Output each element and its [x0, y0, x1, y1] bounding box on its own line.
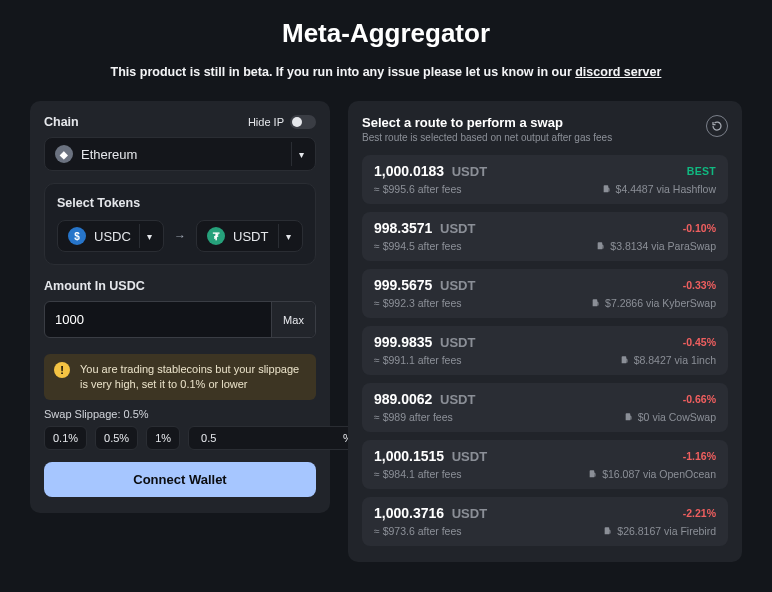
route-gas: $16.087 via OpenOcean	[588, 468, 716, 480]
warning-icon: !	[54, 362, 70, 378]
route-item[interactable]: 1,000.1515 USDT-1.16%≈ $984.1 after fees…	[362, 440, 728, 489]
route-after-fees: ≈ $973.6 after fees	[374, 525, 462, 537]
routes-panel: Select a route to perform a swap Best ro…	[348, 101, 742, 562]
route-amount: 1,000.3716	[374, 505, 444, 521]
slippage-preset[interactable]: 0.1%	[44, 426, 87, 450]
routes-list: 1,000.0183 USDTBEST≈ $995.6 after fees$4…	[362, 155, 728, 546]
hide-ip-toggle[interactable]	[290, 115, 316, 129]
diff-badge: -2.21%	[683, 507, 716, 519]
chevron-down-icon: ▾	[278, 224, 298, 248]
slippage-warning: ! You are trading stablecoins but your s…	[44, 354, 316, 400]
slippage-preset[interactable]: 1%	[146, 426, 180, 450]
route-after-fees: ≈ $994.5 after fees	[374, 240, 462, 252]
chain-value: Ethereum	[81, 147, 137, 162]
route-amount: 1,000.0183	[374, 163, 444, 179]
discord-link[interactable]: discord server	[575, 65, 661, 79]
route-gas: $7.2866 via KyberSwap	[591, 297, 716, 309]
to-token-select[interactable]: ₮ USDT ▾	[196, 220, 303, 252]
swap-panel: Chain Hide IP ◆ Ethereum ▾ Select Tokens	[30, 101, 330, 513]
route-symbol: USDT	[448, 506, 487, 521]
route-after-fees: ≈ $991.1 after fees	[374, 354, 462, 366]
route-after-fees: ≈ $992.3 after fees	[374, 297, 462, 309]
route-item[interactable]: 1,000.3716 USDT-2.21%≈ $973.6 after fees…	[362, 497, 728, 546]
select-tokens-label: Select Tokens	[57, 196, 303, 210]
refresh-icon	[711, 120, 723, 132]
usdc-icon: $	[68, 227, 86, 245]
route-symbol: USDT	[436, 392, 475, 407]
routes-subtitle: Best route is selected based on net outp…	[362, 132, 612, 143]
route-symbol: USDT	[436, 221, 475, 236]
max-button[interactable]: Max	[271, 302, 315, 337]
route-amount: 989.0062	[374, 391, 432, 407]
route-after-fees: ≈ $995.6 after fees	[374, 183, 462, 195]
route-amount: 999.9835	[374, 334, 432, 350]
route-gas: $3.8134 via ParaSwap	[596, 240, 716, 252]
from-token-value: USDC	[94, 229, 131, 244]
slippage-custom-input[interactable]	[197, 427, 343, 449]
page-subtitle: This product is still in beta. If you ru…	[30, 65, 742, 79]
from-token-select[interactable]: $ USDC ▾	[57, 220, 164, 252]
amount-label: Amount In USDC	[44, 279, 316, 293]
ethereum-icon: ◆	[55, 145, 73, 163]
chevron-down-icon: ▾	[139, 224, 159, 248]
route-symbol: USDT	[448, 164, 487, 179]
route-gas: $4.4487 via Hashflow	[602, 183, 716, 195]
warning-text: You are trading stablecoins but your sli…	[80, 362, 306, 392]
page-title: Meta-Aggregator	[30, 18, 742, 49]
hide-ip-label: Hide IP	[248, 116, 284, 128]
usdt-icon: ₮	[207, 227, 225, 245]
refresh-button[interactable]	[706, 115, 728, 137]
diff-badge: -0.10%	[683, 222, 716, 234]
slippage-row: 0.1% 0.5% 1% %	[44, 426, 316, 450]
route-symbol: USDT	[436, 278, 475, 293]
diff-badge: -0.33%	[683, 279, 716, 291]
diff-badge: -0.66%	[683, 393, 716, 405]
route-symbol: USDT	[448, 449, 487, 464]
route-after-fees: ≈ $984.1 after fees	[374, 468, 462, 480]
routes-title: Select a route to perform a swap	[362, 115, 612, 130]
route-gas: $26.8167 via Firebird	[603, 525, 716, 537]
chain-select[interactable]: ◆ Ethereum ▾	[44, 137, 316, 171]
route-amount: 999.5675	[374, 277, 432, 293]
route-item[interactable]: 1,000.0183 USDTBEST≈ $995.6 after fees$4…	[362, 155, 728, 204]
best-badge: BEST	[687, 165, 716, 177]
connect-wallet-button[interactable]: Connect Wallet	[44, 462, 316, 497]
route-amount: 1,000.1515	[374, 448, 444, 464]
arrow-right-icon: →	[172, 229, 188, 243]
route-gas: $0 via CowSwap	[624, 411, 716, 423]
route-gas: $8.8427 via 1inch	[620, 354, 716, 366]
route-item[interactable]: 999.9835 USDT-0.45%≈ $991.1 after fees$8…	[362, 326, 728, 375]
chain-label: Chain	[44, 115, 79, 129]
route-after-fees: ≈ $989 after fees	[374, 411, 453, 423]
amount-input[interactable]	[45, 302, 271, 337]
route-amount: 998.3571	[374, 220, 432, 236]
to-token-value: USDT	[233, 229, 268, 244]
token-card: Select Tokens $ USDC ▾ → ₮ USDT	[44, 183, 316, 265]
diff-badge: -1.16%	[683, 450, 716, 462]
route-item[interactable]: 998.3571 USDT-0.10%≈ $994.5 after fees$3…	[362, 212, 728, 261]
route-item[interactable]: 999.5675 USDT-0.33%≈ $992.3 after fees$7…	[362, 269, 728, 318]
chevron-down-icon: ▾	[291, 142, 311, 166]
route-symbol: USDT	[436, 335, 475, 350]
subtitle-text: This product is still in beta. If you ru…	[111, 65, 576, 79]
slippage-custom[interactable]: %	[188, 426, 362, 450]
diff-badge: -0.45%	[683, 336, 716, 348]
hide-ip-toggle-wrap: Hide IP	[248, 115, 316, 129]
slippage-label: Swap Slippage: 0.5%	[44, 408, 316, 420]
slippage-preset[interactable]: 0.5%	[95, 426, 138, 450]
route-item[interactable]: 989.0062 USDT-0.66%≈ $989 after fees$0 v…	[362, 383, 728, 432]
